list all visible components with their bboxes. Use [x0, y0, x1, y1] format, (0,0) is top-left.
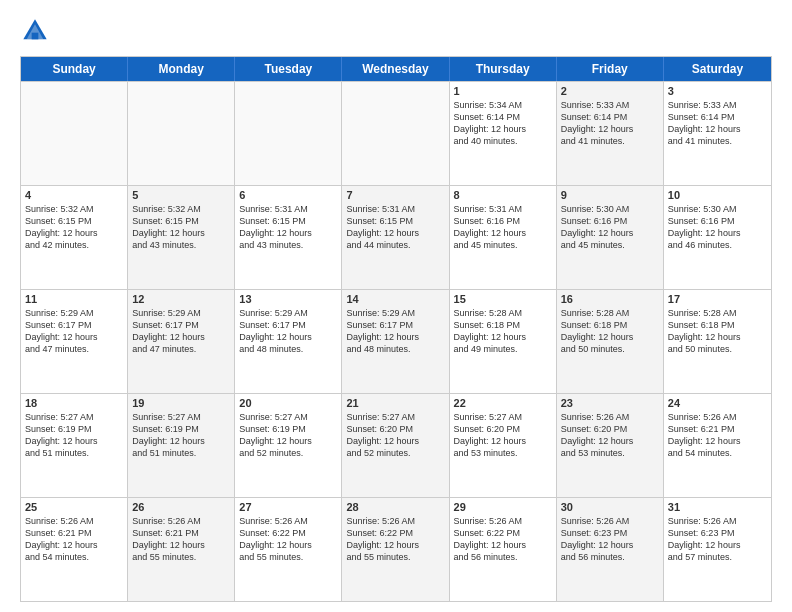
sunrise-text: Sunrise: 5:27 AM [454, 411, 552, 423]
daylight-text: Daylight: 12 hours [454, 331, 552, 343]
sunset-text: Sunset: 6:17 PM [346, 319, 444, 331]
sunset-text: Sunset: 6:17 PM [239, 319, 337, 331]
sunset-text: Sunset: 6:15 PM [239, 215, 337, 227]
daylight-extra: and 57 minutes. [668, 551, 767, 563]
daylight-text: Daylight: 12 hours [561, 331, 659, 343]
day-number: 21 [346, 397, 444, 409]
daylight-text: Daylight: 12 hours [668, 227, 767, 239]
cal-cell-13: 13Sunrise: 5:29 AMSunset: 6:17 PMDayligh… [235, 290, 342, 393]
daylight-text: Daylight: 12 hours [454, 123, 552, 135]
daylight-extra: and 52 minutes. [239, 447, 337, 459]
daylight-extra: and 47 minutes. [132, 343, 230, 355]
cal-cell-17: 17Sunrise: 5:28 AMSunset: 6:18 PMDayligh… [664, 290, 771, 393]
daylight-text: Daylight: 12 hours [239, 539, 337, 551]
day-number: 12 [132, 293, 230, 305]
daylight-text: Daylight: 12 hours [561, 123, 659, 135]
day-number: 15 [454, 293, 552, 305]
daylight-extra: and 48 minutes. [239, 343, 337, 355]
daylight-extra: and 52 minutes. [346, 447, 444, 459]
daylight-extra: and 48 minutes. [346, 343, 444, 355]
sunset-text: Sunset: 6:22 PM [346, 527, 444, 539]
daylight-extra: and 51 minutes. [132, 447, 230, 459]
cal-cell-14: 14Sunrise: 5:29 AMSunset: 6:17 PMDayligh… [342, 290, 449, 393]
cal-cell-20: 20Sunrise: 5:27 AMSunset: 6:19 PMDayligh… [235, 394, 342, 497]
sunset-text: Sunset: 6:20 PM [454, 423, 552, 435]
cal-cell-1: 1Sunrise: 5:34 AMSunset: 6:14 PMDaylight… [450, 82, 557, 185]
daylight-text: Daylight: 12 hours [132, 539, 230, 551]
page: SundayMondayTuesdayWednesdayThursdayFrid… [0, 0, 792, 612]
cal-header-monday: Monday [128, 57, 235, 81]
sunset-text: Sunset: 6:16 PM [561, 215, 659, 227]
daylight-text: Daylight: 12 hours [561, 227, 659, 239]
cal-cell-31: 31Sunrise: 5:26 AMSunset: 6:23 PMDayligh… [664, 498, 771, 601]
daylight-text: Daylight: 12 hours [132, 227, 230, 239]
sunrise-text: Sunrise: 5:34 AM [454, 99, 552, 111]
cal-cell-24: 24Sunrise: 5:26 AMSunset: 6:21 PMDayligh… [664, 394, 771, 497]
daylight-text: Daylight: 12 hours [668, 539, 767, 551]
sunrise-text: Sunrise: 5:26 AM [346, 515, 444, 527]
sunset-text: Sunset: 6:14 PM [668, 111, 767, 123]
daylight-extra: and 42 minutes. [25, 239, 123, 251]
day-number: 5 [132, 189, 230, 201]
daylight-extra: and 45 minutes. [561, 239, 659, 251]
daylight-extra: and 56 minutes. [454, 551, 552, 563]
day-number: 1 [454, 85, 552, 97]
daylight-extra: and 55 minutes. [346, 551, 444, 563]
day-number: 7 [346, 189, 444, 201]
sunset-text: Sunset: 6:20 PM [561, 423, 659, 435]
cal-cell-empty-w0-0 [21, 82, 128, 185]
cal-cell-23: 23Sunrise: 5:26 AMSunset: 6:20 PMDayligh… [557, 394, 664, 497]
logo-icon [20, 16, 50, 46]
day-number: 14 [346, 293, 444, 305]
sunset-text: Sunset: 6:19 PM [239, 423, 337, 435]
sunrise-text: Sunrise: 5:27 AM [132, 411, 230, 423]
daylight-extra: and 55 minutes. [132, 551, 230, 563]
daylight-text: Daylight: 12 hours [454, 539, 552, 551]
daylight-extra: and 55 minutes. [239, 551, 337, 563]
day-number: 6 [239, 189, 337, 201]
day-number: 19 [132, 397, 230, 409]
day-number: 9 [561, 189, 659, 201]
sunrise-text: Sunrise: 5:26 AM [668, 411, 767, 423]
daylight-extra: and 41 minutes. [561, 135, 659, 147]
daylight-extra: and 44 minutes. [346, 239, 444, 251]
daylight-text: Daylight: 12 hours [25, 435, 123, 447]
daylight-text: Daylight: 12 hours [454, 435, 552, 447]
daylight-text: Daylight: 12 hours [132, 331, 230, 343]
day-number: 3 [668, 85, 767, 97]
daylight-extra: and 50 minutes. [668, 343, 767, 355]
sunrise-text: Sunrise: 5:32 AM [132, 203, 230, 215]
day-number: 31 [668, 501, 767, 513]
sunrise-text: Sunrise: 5:29 AM [239, 307, 337, 319]
sunset-text: Sunset: 6:14 PM [454, 111, 552, 123]
daylight-extra: and 43 minutes. [132, 239, 230, 251]
cal-week-2: 4Sunrise: 5:32 AMSunset: 6:15 PMDaylight… [21, 185, 771, 289]
day-number: 28 [346, 501, 444, 513]
cal-cell-9: 9Sunrise: 5:30 AMSunset: 6:16 PMDaylight… [557, 186, 664, 289]
sunset-text: Sunset: 6:23 PM [668, 527, 767, 539]
day-number: 25 [25, 501, 123, 513]
sunset-text: Sunset: 6:21 PM [132, 527, 230, 539]
sunrise-text: Sunrise: 5:27 AM [239, 411, 337, 423]
cal-cell-empty-w0-2 [235, 82, 342, 185]
cal-cell-16: 16Sunrise: 5:28 AMSunset: 6:18 PMDayligh… [557, 290, 664, 393]
day-number: 30 [561, 501, 659, 513]
cal-cell-6: 6Sunrise: 5:31 AMSunset: 6:15 PMDaylight… [235, 186, 342, 289]
sunset-text: Sunset: 6:15 PM [346, 215, 444, 227]
cal-cell-empty-w0-3 [342, 82, 449, 185]
cal-cell-5: 5Sunrise: 5:32 AMSunset: 6:15 PMDaylight… [128, 186, 235, 289]
sunrise-text: Sunrise: 5:32 AM [25, 203, 123, 215]
cal-cell-18: 18Sunrise: 5:27 AMSunset: 6:19 PMDayligh… [21, 394, 128, 497]
sunset-text: Sunset: 6:22 PM [454, 527, 552, 539]
cal-cell-12: 12Sunrise: 5:29 AMSunset: 6:17 PMDayligh… [128, 290, 235, 393]
cal-header-tuesday: Tuesday [235, 57, 342, 81]
daylight-text: Daylight: 12 hours [25, 331, 123, 343]
day-number: 26 [132, 501, 230, 513]
daylight-extra: and 54 minutes. [25, 551, 123, 563]
daylight-extra: and 47 minutes. [25, 343, 123, 355]
day-number: 24 [668, 397, 767, 409]
svg-rect-2 [32, 33, 39, 40]
daylight-extra: and 51 minutes. [25, 447, 123, 459]
cal-header-sunday: Sunday [21, 57, 128, 81]
sunrise-text: Sunrise: 5:26 AM [668, 515, 767, 527]
